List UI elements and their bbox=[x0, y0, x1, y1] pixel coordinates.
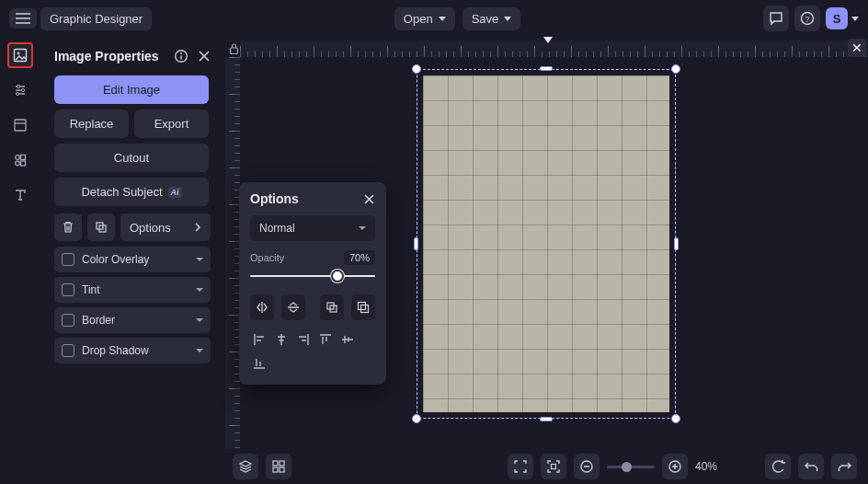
undo-button[interactable] bbox=[798, 454, 824, 479]
svg-point-3 bbox=[17, 52, 20, 55]
grid-icon bbox=[272, 460, 285, 473]
rail-adjust-tool[interactable] bbox=[7, 77, 33, 103]
resize-handle-tl[interactable] bbox=[412, 64, 421, 74]
options-button[interactable]: Options bbox=[120, 213, 211, 241]
comments-button[interactable] bbox=[763, 6, 789, 31]
blend-mode-select[interactable]: Normal bbox=[250, 215, 375, 241]
rail-text-tool[interactable] bbox=[7, 182, 33, 208]
help-icon: ? bbox=[800, 11, 815, 26]
flip-v-icon bbox=[287, 300, 300, 315]
fullscreen-button[interactable] bbox=[508, 454, 533, 479]
resize-handle-r[interactable] bbox=[674, 237, 679, 250]
resize-handle-l[interactable] bbox=[414, 237, 418, 250]
layers-icon bbox=[238, 459, 253, 474]
tint-toggle[interactable]: Tint bbox=[54, 277, 211, 303]
delete-button[interactable] bbox=[54, 213, 82, 241]
align-bottom-icon bbox=[253, 357, 266, 370]
ruler-vertical[interactable] bbox=[225, 57, 240, 449]
svg-point-6 bbox=[16, 92, 18, 95]
selected-image[interactable] bbox=[417, 69, 676, 419]
flip-vertical-button[interactable] bbox=[281, 294, 305, 320]
resize-handle-br[interactable] bbox=[671, 414, 680, 423]
svg-rect-11 bbox=[21, 161, 26, 166]
cutout-button[interactable]: Cutout bbox=[54, 144, 209, 172]
rail-template-tool[interactable] bbox=[7, 112, 33, 138]
flip-h-icon bbox=[255, 301, 269, 314]
undo-icon bbox=[805, 460, 818, 474]
slider-thumb[interactable] bbox=[331, 270, 344, 282]
ruler-marker[interactable] bbox=[543, 37, 553, 43]
chevron-down-icon bbox=[504, 17, 511, 21]
edit-image-button[interactable]: Edit Image bbox=[54, 75, 209, 104]
checkbox-icon bbox=[62, 314, 74, 327]
opacity-slider[interactable] bbox=[250, 269, 375, 283]
align-left-button[interactable] bbox=[250, 329, 268, 350]
drop-shadow-toggle[interactable]: Drop Shadow bbox=[54, 338, 211, 363]
align-right-button[interactable] bbox=[294, 329, 313, 350]
ruler-horizontal[interactable] bbox=[240, 40, 868, 57]
align-bottom-button[interactable] bbox=[250, 353, 268, 374]
chevron-down-icon bbox=[196, 258, 203, 261]
svg-rect-7 bbox=[15, 120, 26, 131]
zoom-value: 40% bbox=[695, 460, 723, 473]
checkbox-icon bbox=[62, 253, 74, 266]
open-button[interactable]: Open bbox=[394, 7, 455, 30]
info-icon[interactable] bbox=[174, 49, 188, 63]
align-center-h-button[interactable] bbox=[272, 329, 291, 350]
detach-subject-button[interactable]: Detach Subject Ai bbox=[54, 178, 209, 206]
refresh-button[interactable] bbox=[765, 454, 791, 479]
svg-rect-16 bbox=[230, 48, 237, 54]
svg-rect-19 bbox=[273, 467, 278, 472]
fit-button[interactable] bbox=[541, 454, 566, 479]
zoom-slider[interactable] bbox=[607, 466, 655, 468]
zoom-in-icon bbox=[668, 459, 682, 474]
zoom-in-button[interactable] bbox=[662, 454, 688, 479]
close-icon bbox=[363, 193, 375, 205]
zoom-out-button[interactable] bbox=[574, 454, 600, 479]
align-top-button[interactable] bbox=[316, 329, 335, 350]
redo-icon bbox=[838, 460, 851, 474]
color-overlay-toggle[interactable]: Color Overlay bbox=[54, 247, 211, 272]
help-button[interactable]: ? bbox=[794, 6, 820, 31]
comment-icon bbox=[769, 11, 783, 26]
resize-handle-b[interactable] bbox=[540, 417, 553, 421]
checkbox-icon bbox=[62, 344, 74, 357]
resize-handle-bl[interactable] bbox=[412, 414, 421, 423]
export-button[interactable]: Export bbox=[134, 109, 209, 138]
chevron-down-icon bbox=[439, 17, 446, 21]
mask-button[interactable] bbox=[351, 294, 375, 320]
open-label: Open bbox=[404, 12, 433, 26]
resize-handle-tr[interactable] bbox=[671, 64, 680, 74]
chevron-down-icon bbox=[196, 288, 203, 292]
fit-icon bbox=[547, 460, 560, 473]
rail-shapes-tool[interactable] bbox=[7, 147, 33, 173]
close-icon[interactable] bbox=[198, 50, 211, 63]
fullscreen-icon bbox=[514, 460, 527, 473]
chevron-down-icon bbox=[196, 318, 203, 322]
redo-button[interactable] bbox=[831, 454, 857, 479]
account-menu[interactable]: S bbox=[826, 7, 859, 29]
main-menu-button[interactable] bbox=[9, 8, 37, 29]
copy-button[interactable] bbox=[320, 294, 344, 320]
zoom-thumb[interactable] bbox=[622, 462, 632, 472]
rail-image-tool[interactable] bbox=[7, 42, 33, 68]
chevron-down-icon bbox=[851, 17, 859, 21]
close-ruler-button[interactable]: ✕ bbox=[848, 39, 866, 57]
left-rail bbox=[0, 37, 41, 484]
align-center-v-button[interactable] bbox=[338, 329, 357, 350]
resize-handle-t[interactable] bbox=[540, 66, 553, 71]
blend-value: Normal bbox=[259, 222, 295, 235]
accordion-label: Color Overlay bbox=[82, 253, 188, 266]
lock-rulers-button[interactable] bbox=[225, 40, 242, 57]
flip-horizontal-button[interactable] bbox=[250, 294, 274, 320]
svg-point-5 bbox=[21, 88, 24, 91]
border-toggle[interactable]: Border bbox=[54, 307, 211, 333]
align-right-icon bbox=[297, 333, 310, 346]
replace-button[interactable]: Replace bbox=[54, 109, 129, 138]
duplicate-button[interactable] bbox=[87, 213, 115, 241]
save-button[interactable]: Save bbox=[463, 7, 521, 30]
align-center-h-icon bbox=[275, 333, 288, 346]
popover-close-button[interactable] bbox=[363, 193, 375, 205]
grid-view-button[interactable] bbox=[266, 454, 291, 479]
layers-button[interactable] bbox=[233, 454, 258, 479]
